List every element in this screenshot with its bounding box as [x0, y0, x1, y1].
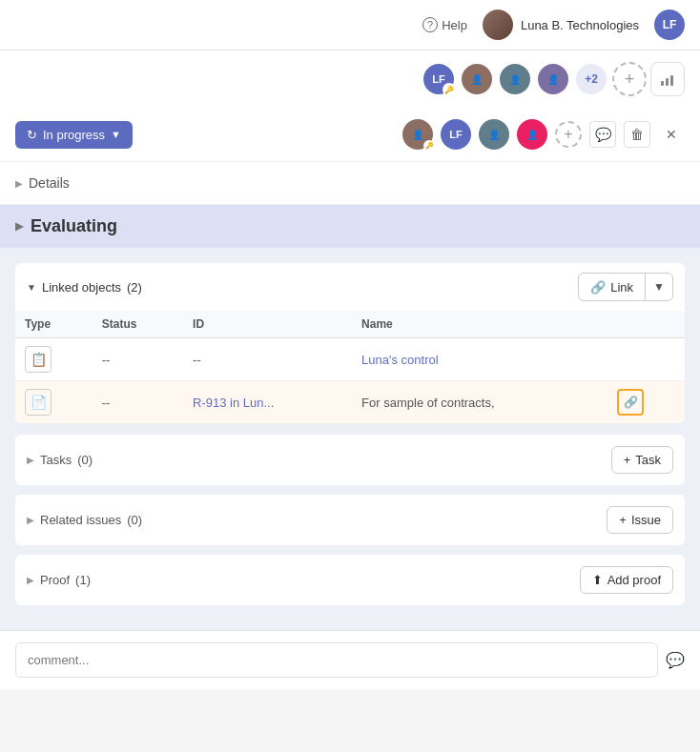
- add-member-toolbar-button[interactable]: +: [555, 121, 582, 148]
- tasks-count: (0): [77, 453, 93, 467]
- toolbar-avatar-3: 👤: [517, 119, 547, 150]
- main-panel: ↻ In progress ▼ 👤 🔑 LF 👤 👤 + 💬 🗑: [0, 108, 700, 689]
- add-task-icon: +: [624, 453, 631, 467]
- avatar-1: 👤: [460, 62, 494, 96]
- row2-type: 📄: [15, 381, 93, 424]
- link-dropdown-button[interactable]: ▼: [646, 275, 672, 298]
- row1-name-link[interactable]: Luna's control: [361, 353, 439, 367]
- toolbar-avatar-1: 👤 🔑: [402, 119, 433, 150]
- linked-objects-header: ▼ Linked objects (2) 🔗 Link ▼: [15, 263, 685, 311]
- svg-rect-2: [670, 75, 673, 86]
- add-proof-label: Add proof: [607, 573, 661, 587]
- user-avatar[interactable]: LF: [654, 10, 685, 40]
- avatar-lf: LF 🔑: [422, 62, 456, 96]
- svg-rect-0: [661, 81, 664, 86]
- tasks-section: ▶ Tasks (0) + Task: [15, 435, 685, 485]
- row1-id: --: [183, 338, 352, 381]
- key-badge-icon: 🔑: [443, 83, 456, 96]
- add-issue-button[interactable]: + Issue: [607, 506, 673, 534]
- row1-name[interactable]: Luna's control: [352, 338, 607, 381]
- unlink-icon: 🔗: [624, 396, 638, 409]
- status-button[interactable]: ↻ In progress ▼: [15, 121, 133, 149]
- col-id: ID: [183, 311, 352, 338]
- proof-count: (1): [75, 573, 91, 587]
- linked-objects-title[interactable]: ▼ Linked objects (2): [27, 280, 142, 295]
- toolbar-avatar-lf: LF: [441, 119, 471, 150]
- proof-label: Proof: [40, 573, 70, 587]
- close-toolbar-button[interactable]: ✕: [658, 121, 685, 148]
- send-icon[interactable]: 💬: [666, 651, 685, 669]
- details-label: Details: [29, 175, 70, 191]
- proof-chevron-icon: ▶: [27, 575, 34, 585]
- add-task-button[interactable]: + Task: [611, 446, 673, 474]
- evaluating-chevron-icon: ▶: [15, 220, 23, 233]
- linked-chevron-down-icon: ▼: [27, 282, 36, 293]
- upload-icon: ⬆: [592, 573, 603, 587]
- help-link[interactable]: ? Help: [422, 17, 467, 32]
- add-proof-button[interactable]: ⬆ Add proof: [580, 566, 673, 594]
- comment-toolbar-button[interactable]: 💬: [589, 121, 616, 148]
- add-issue-icon: +: [619, 513, 627, 527]
- link-main-button[interactable]: 🔗 Link: [579, 275, 645, 299]
- avatar-extra-count[interactable]: +2: [574, 62, 608, 96]
- linked-objects-table: Type Status ID Name: [15, 311, 685, 423]
- col-type: Type: [15, 311, 93, 338]
- toolbar-avatar-2: 👤: [479, 119, 509, 150]
- row1-actions: [607, 338, 685, 381]
- add-member-button[interactable]: +: [612, 62, 647, 96]
- comment-input[interactable]: [15, 642, 658, 678]
- row2-name: For sample of contracts,: [352, 381, 607, 424]
- col-name: Name: [352, 311, 607, 338]
- proof-section: ▶ Proof (1) ⬆ Add proof: [15, 555, 685, 605]
- unlink-button[interactable]: 🔗: [617, 389, 644, 416]
- linked-objects-count: (2): [127, 280, 142, 295]
- related-issues-left[interactable]: ▶ Related issues (0): [27, 513, 142, 527]
- content-area: ▼ Linked objects (2) 🔗 Link ▼: [0, 248, 700, 630]
- linked-objects-label: Linked objects: [42, 280, 121, 295]
- trash-icon: 🗑: [630, 127, 644, 142]
- avatar-3: 👤: [536, 62, 570, 96]
- tasks-label: Tasks: [40, 453, 72, 467]
- proof-left[interactable]: ▶ Proof (1): [27, 573, 91, 587]
- evaluating-title: Evaluating: [31, 216, 117, 236]
- table-row: 📋 -- -- Luna's control: [15, 338, 685, 381]
- toolbar-right: 👤 🔑 LF 👤 👤 + 💬 🗑 ✕: [402, 119, 685, 150]
- row2-status: --: [93, 381, 183, 424]
- status-label: In progress: [43, 128, 105, 142]
- col-status: Status: [93, 311, 183, 338]
- svg-rect-1: [666, 78, 669, 86]
- related-issues-chevron-icon: ▶: [27, 515, 34, 525]
- table-row: 📄 -- R-913 in Lun... For sample of contr…: [15, 381, 685, 424]
- evaluating-header[interactable]: ▶ Evaluating: [0, 205, 700, 248]
- toolbar: ↻ In progress ▼ 👤 🔑 LF 👤 👤 + 💬 🗑: [0, 108, 700, 162]
- row2-id-link[interactable]: R-913 in Lun...: [193, 396, 274, 410]
- status-chevron-icon: ▼: [111, 129, 121, 140]
- company-section: Luna B. Technologies: [483, 10, 639, 40]
- tasks-left[interactable]: ▶ Tasks (0): [27, 453, 93, 467]
- signal-button[interactable]: [650, 62, 685, 96]
- link-icon: 🔗: [590, 280, 606, 295]
- related-issues-label: Related issues: [40, 513, 121, 527]
- avatar-2: 👤: [498, 62, 532, 96]
- details-section[interactable]: ▶ Details: [0, 162, 700, 205]
- comment-section: 💬: [0, 630, 700, 689]
- details-chevron-icon: ▶: [15, 178, 23, 189]
- help-circle-icon: ?: [422, 17, 438, 32]
- row2-actions: 🔗: [607, 381, 685, 424]
- top-nav: ? Help Luna B. Technologies LF: [0, 0, 700, 51]
- row1-status: --: [93, 338, 183, 381]
- help-label: Help: [442, 18, 467, 32]
- row2-id[interactable]: R-913 in Lun...: [183, 381, 352, 424]
- link-button-label: Link: [610, 280, 633, 295]
- row2-type-icon: 📄: [25, 389, 51, 416]
- trash-toolbar-button[interactable]: 🗑: [624, 121, 650, 148]
- signal-icon: [660, 71, 675, 87]
- key-icon: 🔑: [423, 140, 435, 152]
- close-icon: ✕: [666, 127, 677, 142]
- add-issue-label: Issue: [631, 513, 661, 527]
- company-name: Luna B. Technologies: [521, 18, 639, 32]
- tasks-chevron-icon: ▶: [27, 455, 34, 465]
- add-task-label: Task: [635, 453, 661, 467]
- avatars-row: LF 🔑 👤 👤 👤 +2 +: [0, 51, 700, 108]
- link-button-group: 🔗 Link ▼: [578, 273, 673, 301]
